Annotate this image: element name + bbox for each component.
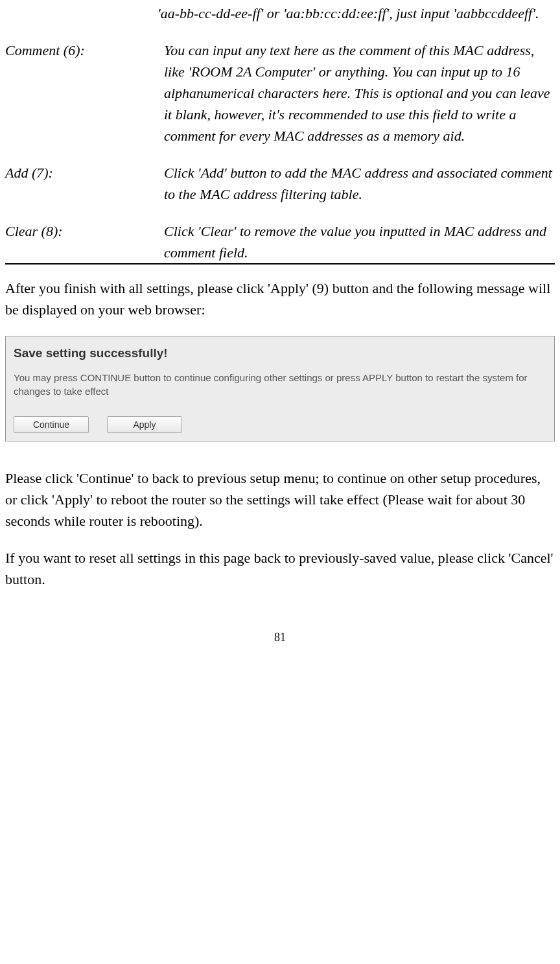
save-settings-dialog: Save setting successfully! You may press…: [5, 336, 555, 441]
definition-term: Clear (8):: [5, 220, 164, 263]
definition-term: Add (7):: [5, 162, 164, 205]
definition-desc: You can input any text here as the comme…: [164, 40, 555, 147]
definition-desc: Click 'Clear' to remove the value you in…: [164, 220, 555, 263]
definition-term: Comment (6):: [5, 40, 164, 147]
apply-button[interactable]: Apply: [107, 416, 182, 433]
divider: [5, 263, 555, 265]
definition-desc: Click 'Add' button to add the MAC addres…: [164, 162, 555, 205]
after-settings-text: After you finish with all settings, plea…: [5, 277, 555, 320]
reset-text: If you want to reset all settings in thi…: [5, 547, 555, 590]
definition-row-clear: Clear (8): Click 'Clear' to remove the v…: [5, 220, 555, 263]
dialog-buttons-row: Continue Apply: [14, 416, 546, 433]
please-click-text: Please click 'Continue' to back to previ…: [5, 467, 555, 532]
dialog-title: Save setting successfully!: [14, 344, 546, 363]
definition-row-comment: Comment (6): You can input any text here…: [5, 40, 555, 147]
dialog-message: You may press CONTINUE button to continu…: [14, 371, 546, 398]
page-number: 81: [5, 629, 555, 646]
definition-row-add: Add (7): Click 'Add' button to add the M…: [5, 162, 555, 205]
leading-fragment: 'aa-bb-cc-dd-ee-ff' or 'aa:bb:cc:dd:ee:f…: [5, 3, 555, 24]
continue-button[interactable]: Continue: [14, 416, 89, 433]
